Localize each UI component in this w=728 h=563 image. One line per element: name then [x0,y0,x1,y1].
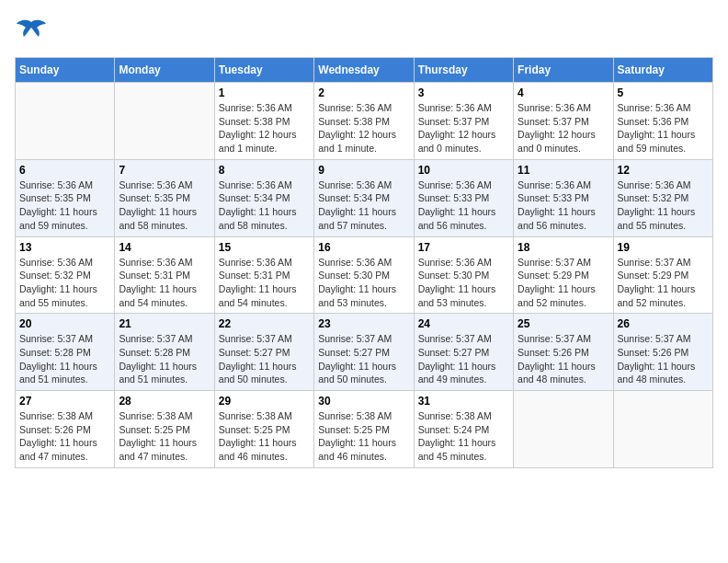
day-detail: Sunrise: 5:37 AM Sunset: 5:28 PM Dayligh… [19,332,110,386]
calendar-cell: 26Sunrise: 5:37 AM Sunset: 5:26 PM Dayli… [613,314,712,391]
day-detail: Sunrise: 5:36 AM Sunset: 5:37 PM Dayligh… [518,101,609,155]
logo [15,15,51,48]
calendar-cell: 12Sunrise: 5:36 AM Sunset: 5:32 PM Dayli… [613,159,712,236]
calendar-cell: 1Sunrise: 5:36 AM Sunset: 5:38 PM Daylig… [214,83,313,160]
calendar-cell: 30Sunrise: 5:38 AM Sunset: 5:25 PM Dayli… [314,391,414,468]
calendar-cell: 16Sunrise: 5:36 AM Sunset: 5:30 PM Dayli… [314,236,414,314]
calendar-cell: 22Sunrise: 5:37 AM Sunset: 5:27 PM Dayli… [214,314,313,391]
day-number: 3 [418,86,509,99]
svg-rect-0 [15,15,48,48]
calendar-cell: 28Sunrise: 5:38 AM Sunset: 5:25 PM Dayli… [115,391,214,468]
calendar-cell: 8Sunrise: 5:36 AM Sunset: 5:34 PM Daylig… [214,159,313,236]
day-detail: Sunrise: 5:37 AM Sunset: 5:29 PM Dayligh… [618,256,709,310]
day-detail: Sunrise: 5:36 AM Sunset: 5:35 PM Dayligh… [19,178,110,233]
day-number: 30 [318,395,409,408]
calendar-cell [115,83,214,160]
calendar-cell: 17Sunrise: 5:36 AM Sunset: 5:30 PM Dayli… [414,236,513,314]
day-number: 8 [219,164,310,177]
calendar-week-row: 13Sunrise: 5:36 AM Sunset: 5:32 PM Dayli… [16,236,713,314]
calendar-table: SundayMondayTuesdayWednesdayThursdayFrid… [15,57,713,468]
day-detail: Sunrise: 5:36 AM Sunset: 5:31 PM Dayligh… [119,256,210,310]
day-number: 18 [518,241,609,254]
day-detail: Sunrise: 5:38 AM Sunset: 5:25 PM Dayligh… [318,409,409,464]
day-number: 4 [518,86,609,99]
calendar-header-row: SundayMondayTuesdayWednesdayThursdayFrid… [16,58,713,83]
day-number: 7 [119,164,210,177]
calendar-cell: 2Sunrise: 5:36 AM Sunset: 5:38 PM Daylig… [314,83,414,160]
calendar-week-row: 6Sunrise: 5:36 AM Sunset: 5:35 PM Daylig… [16,159,713,236]
day-detail: Sunrise: 5:37 AM Sunset: 5:27 PM Dayligh… [219,332,310,386]
day-detail: Sunrise: 5:36 AM Sunset: 5:30 PM Dayligh… [318,256,409,310]
day-detail: Sunrise: 5:37 AM Sunset: 5:26 PM Dayligh… [618,332,709,386]
calendar-cell: 5Sunrise: 5:36 AM Sunset: 5:36 PM Daylig… [613,83,712,160]
calendar-cell: 10Sunrise: 5:36 AM Sunset: 5:33 PM Dayli… [414,159,513,236]
day-number: 25 [518,317,609,330]
day-number: 5 [618,86,709,99]
day-number: 6 [19,164,110,177]
calendar-cell [613,391,712,468]
calendar-cell: 4Sunrise: 5:36 AM Sunset: 5:37 PM Daylig… [514,83,613,160]
day-detail: Sunrise: 5:36 AM Sunset: 5:37 PM Dayligh… [418,101,509,155]
calendar-cell: 18Sunrise: 5:37 AM Sunset: 5:29 PM Dayli… [514,236,613,314]
day-detail: Sunrise: 5:38 AM Sunset: 5:26 PM Dayligh… [19,409,110,464]
day-detail: Sunrise: 5:36 AM Sunset: 5:32 PM Dayligh… [618,178,709,233]
calendar-cell: 14Sunrise: 5:36 AM Sunset: 5:31 PM Dayli… [115,236,214,314]
day-number: 13 [19,241,110,254]
calendar-cell [16,83,115,160]
day-detail: Sunrise: 5:36 AM Sunset: 5:33 PM Dayligh… [518,178,609,233]
day-detail: Sunrise: 5:36 AM Sunset: 5:38 PM Dayligh… [219,101,310,155]
weekday-header: Monday [115,58,214,83]
day-number: 31 [418,395,509,408]
calendar-cell: 27Sunrise: 5:38 AM Sunset: 5:26 PM Dayli… [16,391,115,468]
day-number: 2 [318,86,409,99]
calendar-cell: 23Sunrise: 5:37 AM Sunset: 5:27 PM Dayli… [314,314,414,391]
calendar-cell: 24Sunrise: 5:37 AM Sunset: 5:27 PM Dayli… [414,314,513,391]
weekday-header: Saturday [613,58,712,83]
calendar-cell: 15Sunrise: 5:36 AM Sunset: 5:31 PM Dayli… [214,236,313,314]
calendar-cell: 3Sunrise: 5:36 AM Sunset: 5:37 PM Daylig… [414,83,513,160]
day-detail: Sunrise: 5:36 AM Sunset: 5:32 PM Dayligh… [19,256,110,310]
day-detail: Sunrise: 5:36 AM Sunset: 5:34 PM Dayligh… [318,178,409,233]
logo-icon [15,15,48,48]
day-detail: Sunrise: 5:36 AM Sunset: 5:38 PM Dayligh… [318,101,409,155]
calendar-cell: 29Sunrise: 5:38 AM Sunset: 5:25 PM Dayli… [214,391,313,468]
day-number: 27 [19,395,110,408]
day-detail: Sunrise: 5:36 AM Sunset: 5:34 PM Dayligh… [219,178,310,233]
day-number: 26 [618,317,709,330]
day-number: 24 [418,317,509,330]
day-number: 1 [219,86,310,99]
day-number: 14 [119,241,210,254]
day-detail: Sunrise: 5:36 AM Sunset: 5:36 PM Dayligh… [618,101,709,155]
day-detail: Sunrise: 5:37 AM Sunset: 5:26 PM Dayligh… [518,332,609,386]
calendar-week-row: 27Sunrise: 5:38 AM Sunset: 5:26 PM Dayli… [16,391,713,468]
day-number: 11 [518,164,609,177]
calendar-week-row: 1Sunrise: 5:36 AM Sunset: 5:38 PM Daylig… [16,83,713,160]
day-number: 16 [318,241,409,254]
day-number: 23 [318,317,409,330]
weekday-header: Wednesday [314,58,414,83]
calendar-cell [514,391,613,468]
day-detail: Sunrise: 5:36 AM Sunset: 5:31 PM Dayligh… [219,256,310,310]
calendar-cell: 13Sunrise: 5:36 AM Sunset: 5:32 PM Dayli… [16,236,115,314]
calendar-cell: 20Sunrise: 5:37 AM Sunset: 5:28 PM Dayli… [16,314,115,391]
calendar-cell: 19Sunrise: 5:37 AM Sunset: 5:29 PM Dayli… [613,236,712,314]
day-detail: Sunrise: 5:38 AM Sunset: 5:25 PM Dayligh… [219,409,310,464]
calendar-cell: 21Sunrise: 5:37 AM Sunset: 5:28 PM Dayli… [115,314,214,391]
day-number: 15 [219,241,310,254]
day-number: 12 [618,164,709,177]
day-detail: Sunrise: 5:38 AM Sunset: 5:24 PM Dayligh… [418,409,509,464]
day-detail: Sunrise: 5:36 AM Sunset: 5:30 PM Dayligh… [418,256,509,310]
calendar-cell: 6Sunrise: 5:36 AM Sunset: 5:35 PM Daylig… [16,159,115,236]
day-number: 29 [219,395,310,408]
page-header [15,15,713,48]
day-number: 19 [618,241,709,254]
day-detail: Sunrise: 5:37 AM Sunset: 5:28 PM Dayligh… [119,332,210,386]
calendar-cell: 31Sunrise: 5:38 AM Sunset: 5:24 PM Dayli… [414,391,513,468]
day-number: 22 [219,317,310,330]
day-number: 17 [418,241,509,254]
calendar-cell: 9Sunrise: 5:36 AM Sunset: 5:34 PM Daylig… [314,159,414,236]
day-number: 20 [19,317,110,330]
calendar-week-row: 20Sunrise: 5:37 AM Sunset: 5:28 PM Dayli… [16,314,713,391]
weekday-header: Thursday [414,58,513,83]
day-detail: Sunrise: 5:36 AM Sunset: 5:35 PM Dayligh… [119,178,210,233]
